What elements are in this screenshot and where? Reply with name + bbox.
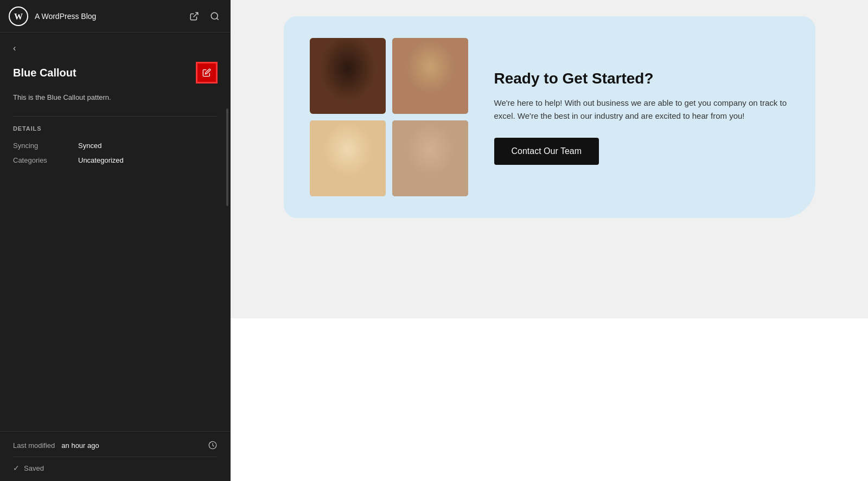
site-title: A WordPress Blog	[35, 12, 181, 21]
svg-rect-45	[344, 168, 352, 176]
team-photo-4	[392, 120, 468, 196]
svg-rect-51	[392, 120, 468, 196]
svg-rect-43	[365, 131, 368, 137]
svg-line-4	[216, 18, 218, 20]
search-button[interactable]	[208, 9, 222, 23]
detail-key-syncing: Syncing	[13, 142, 78, 150]
svg-point-52	[392, 129, 427, 188]
svg-point-21	[407, 87, 453, 114]
svg-rect-61	[438, 151, 442, 170]
svg-point-24	[416, 57, 444, 75]
svg-point-44	[324, 171, 372, 196]
detail-row-syncing: Syncing Synced	[13, 138, 218, 153]
svg-point-16	[351, 76, 354, 80]
svg-rect-42	[360, 132, 365, 137]
svg-rect-40	[321, 131, 326, 137]
svg-line-30	[417, 76, 419, 77]
contact-team-button[interactable]: Contact Our Team	[494, 138, 599, 165]
svg-line-2	[194, 12, 198, 17]
sidebar-scrollbar[interactable]	[226, 108, 228, 206]
svg-rect-55	[426, 169, 434, 178]
svg-rect-48	[334, 145, 361, 153]
svg-rect-9	[343, 84, 352, 94]
photo-grid	[310, 38, 468, 196]
back-button[interactable]: ‹	[13, 43, 218, 53]
svg-point-14	[334, 68, 362, 81]
svg-rect-20	[392, 38, 468, 114]
svg-rect-27	[419, 74, 428, 80]
callout-heading: Ready to Get Started?	[494, 69, 789, 88]
svg-point-65	[435, 169, 441, 175]
svg-rect-34	[310, 120, 386, 196]
svg-point-56	[418, 149, 443, 175]
pattern-description: This is the Blue Callout pattern.	[13, 92, 218, 103]
saved-check-icon: ✓	[13, 464, 20, 472]
svg-point-50	[352, 157, 354, 160]
svg-point-58	[419, 139, 441, 156]
svg-rect-35	[310, 137, 386, 140]
preview-area: Ready to Get Started? We're here to help…	[231, 0, 868, 318]
pattern-title-row: Blue Callout	[13, 62, 218, 84]
callout-body: We're here to help! With out business we…	[494, 97, 789, 123]
svg-point-12	[327, 63, 342, 83]
svg-point-57	[410, 147, 451, 156]
sidebar: W A WordPress Blog ‹	[0, 0, 231, 481]
main-content: Ready to Get Started? We're here to help…	[231, 0, 868, 481]
svg-rect-22	[426, 86, 434, 94]
saved-row: ✓ Saved	[13, 457, 218, 472]
svg-rect-36	[310, 156, 386, 159]
svg-text:W: W	[14, 12, 23, 21]
external-link-button[interactable]	[187, 9, 201, 23]
detail-key-categories: Categories	[13, 156, 78, 164]
svg-point-13	[353, 63, 368, 83]
team-photo-2	[392, 38, 468, 114]
last-modified-value: an hour ago	[61, 441, 201, 450]
svg-point-17	[333, 79, 336, 82]
svg-point-32	[422, 75, 425, 79]
svg-rect-19	[392, 38, 468, 114]
svg-rect-64	[437, 172, 439, 183]
callout-card: Ready to Get Started? We're here to help…	[284, 16, 815, 218]
svg-point-54	[407, 174, 453, 196]
wordpress-logo: W	[9, 7, 28, 26]
svg-point-53	[430, 147, 468, 191]
pattern-title: Blue Callout	[13, 67, 76, 79]
svg-point-26	[418, 64, 443, 90]
header-icons	[187, 9, 222, 23]
svg-point-23	[416, 62, 444, 92]
sidebar-content: ‹ Blue Callout This is the Blue Callout …	[0, 33, 231, 431]
back-arrow-icon: ‹	[13, 43, 16, 53]
svg-point-18	[359, 79, 362, 82]
saved-text: Saved	[24, 464, 44, 472]
svg-rect-25	[416, 64, 444, 73]
edit-pattern-button[interactable]	[196, 62, 218, 84]
svg-marker-7	[310, 38, 342, 81]
team-photo-3	[310, 120, 386, 196]
sidebar-header: W A WordPress Blog	[0, 0, 231, 33]
svg-point-15	[341, 76, 344, 80]
last-modified-row: Last modified an hour ago	[13, 440, 218, 450]
detail-value-categories: Uncategorized	[78, 156, 124, 164]
svg-rect-37	[310, 175, 386, 178]
sidebar-footer: Last modified an hour ago ✓ Saved	[0, 431, 231, 481]
svg-line-31	[442, 76, 444, 77]
details-label: DETAILS	[13, 125, 218, 132]
svg-rect-39	[317, 132, 321, 137]
svg-rect-6	[310, 38, 386, 114]
detail-row-categories: Categories Uncategorized	[13, 153, 218, 168]
svg-point-59	[410, 147, 451, 156]
svg-rect-28	[432, 74, 442, 80]
details-section: DETAILS Syncing Synced Categories Uncate…	[13, 116, 218, 168]
svg-point-47	[334, 140, 361, 155]
detail-value-syncing: Synced	[78, 142, 101, 150]
svg-rect-38	[312, 131, 317, 137]
svg-point-11	[331, 54, 364, 78]
svg-rect-60	[418, 151, 423, 172]
svg-point-63	[433, 160, 437, 164]
history-button[interactable]	[208, 440, 218, 450]
svg-point-33	[435, 75, 438, 79]
white-area	[231, 318, 868, 481]
svg-point-8	[327, 84, 368, 114]
svg-point-46	[334, 144, 361, 172]
team-photo-1	[310, 38, 386, 114]
